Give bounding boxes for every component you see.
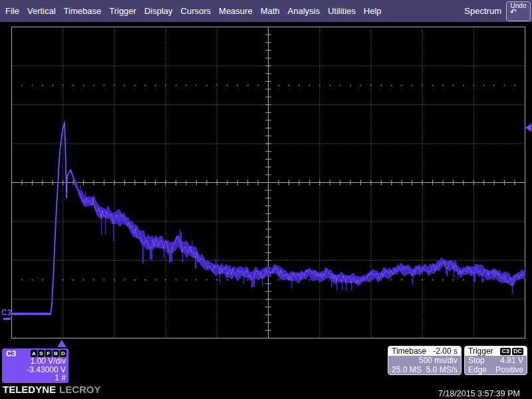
menu-item-timebase[interactable]: Timebase — [64, 6, 102, 16]
timebase-header: Timebase -2.00 s — [388, 346, 461, 356]
menu-item-measure[interactable]: Measure — [219, 6, 253, 16]
menu-bar-right: Spectrum Undo ↶ — [464, 1, 532, 21]
brand-lecroy: LECROY — [59, 384, 101, 395]
trigger-level-marker[interactable] — [525, 124, 531, 132]
timebase-scale: 500 ms/div — [419, 356, 458, 365]
menu-item-utilities[interactable]: Utilities — [328, 6, 356, 16]
brand-teledyne: TELEDYNE — [3, 384, 56, 395]
timebase-position: -2.00 s — [433, 346, 458, 356]
undo-arrow-icon: ↶ — [510, 8, 517, 17]
channel-sweep-count: 1 # — [2, 374, 68, 382]
teledyne-lecroy-logo: TELEDYNELECROY — [3, 384, 101, 395]
menu-item-analysis[interactable]: Analysis — [288, 6, 320, 16]
trigger-position-marker[interactable] — [57, 340, 66, 347]
timebase-sampling-row: 25.0 MS 5.0 MS/s — [388, 365, 461, 374]
trigger-level: 4.81 V — [500, 356, 523, 365]
timebase-samples: 25.0 MS — [392, 365, 422, 374]
trigger-type-row: Edge Positive — [465, 365, 527, 374]
oscilloscope-screen: FileVerticalTimebaseTriggerDisplayCursor… — [0, 0, 532, 399]
timebase-sample-rate: 5.0 MS/s — [426, 365, 458, 374]
channel-descriptor-c3[interactable]: C3 ASFBD 1.00 V/div -3.43000 V 1 # — [2, 348, 68, 383]
menu-item-file[interactable]: File — [5, 6, 19, 16]
menu-item-trigger[interactable]: Trigger — [109, 6, 136, 16]
channel-offset-marker[interactable] — [3, 318, 11, 320]
channel-trace-label: C3 — [1, 308, 11, 317]
timebase-descriptor[interactable]: Timebase -2.00 s 500 ms/div 25.0 MS 5.0 … — [388, 346, 462, 375]
trigger-descriptor[interactable]: Trigger C3 DC Stop 4.81 V Edge Positive — [464, 346, 527, 375]
menu-bar-items: FileVerticalTimebaseTriggerDisplayCursor… — [0, 0, 382, 22]
trigger-header: Trigger C3 DC — [465, 346, 527, 356]
menu-item-math[interactable]: Math — [261, 6, 280, 16]
menu-item-help[interactable]: Help — [364, 6, 382, 16]
menu-item-vertical[interactable]: Vertical — [27, 6, 56, 16]
trigger-coupling-badge: DC — [512, 348, 523, 355]
menu-item-cursors[interactable]: Cursors — [181, 6, 211, 16]
trigger-type: Edge — [468, 365, 487, 374]
menu-item-display[interactable]: Display — [144, 6, 173, 16]
trigger-mode-row: Stop 4.81 V — [465, 356, 527, 365]
trigger-title: Trigger — [468, 346, 493, 356]
trigger-source-badge: C3 — [500, 348, 511, 355]
waveform-grid-display — [0, 0, 532, 399]
trigger-slope: Positive — [495, 365, 523, 374]
menu-bar: FileVerticalTimebaseTriggerDisplayCursor… — [0, 0, 532, 22]
datetime-display: 7/18/2015 3:57:39 PM — [370, 389, 520, 398]
trigger-badges: C3 DC — [499, 348, 523, 355]
timebase-title: Timebase — [392, 346, 426, 356]
channel-name: C3 — [6, 349, 16, 358]
channel-scale: 1.00 V/div — [2, 357, 68, 366]
trigger-mode: Stop — [468, 356, 485, 365]
undo-button[interactable]: Undo ↶ — [506, 1, 531, 21]
timebase-scale-row: 500 ms/div — [388, 356, 461, 365]
spectrum-menu-item[interactable]: Spectrum — [464, 6, 501, 16]
